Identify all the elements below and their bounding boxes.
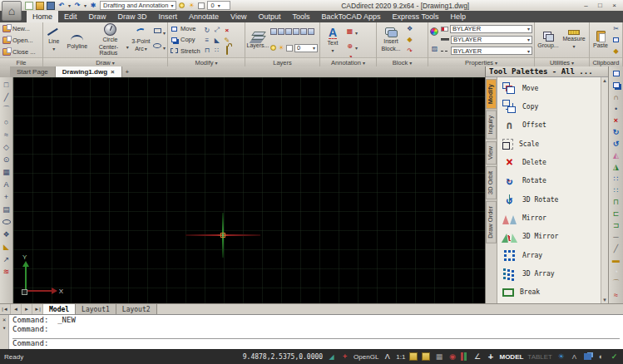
scroll-down-icon[interactable]: ▼ <box>602 298 607 303</box>
rotate-icon[interactable]: ↻ <box>611 126 622 137</box>
chamfer-icon[interactable]: ⌒ <box>611 278 622 288</box>
layer-thaw-icon[interactable] <box>187 2 195 10</box>
palette-item-break[interactable]: Break <box>502 284 599 301</box>
measure-button[interactable]: Measure <box>561 23 586 57</box>
layer-on-icon[interactable] <box>179 2 185 8</box>
grid-toggle-icon[interactable] <box>434 352 443 362</box>
line-icon[interactable]: ╱ <box>1 91 12 102</box>
region-icon[interactable]: ◣ <box>1 241 12 252</box>
delete-icon[interactable]: × <box>611 115 622 125</box>
menu-draw3d[interactable]: Draw 3D <box>112 11 153 22</box>
color-wheel-icon[interactable] <box>430 27 438 36</box>
app-logo-icon[interactable] <box>2 1 22 21</box>
circle-icon[interactable]: ○ <box>1 116 12 127</box>
edit-block-icon[interactable]: ◆ <box>405 36 414 44</box>
palette-item-scale[interactable]: Scale <box>502 135 599 152</box>
drawing-canvas[interactable]: Y X <box>13 77 485 303</box>
ellipse-icon[interactable] <box>1 216 12 227</box>
text-button[interactable]: AText <box>322 23 344 57</box>
next-sheet-icon[interactable]: ► <box>22 304 32 314</box>
new-button[interactable]: New... <box>2 25 30 32</box>
save-icon[interactable] <box>47 2 55 10</box>
point-icon[interactable]: • <box>611 103 622 114</box>
break-icon[interactable]: ⊓ <box>611 196 622 207</box>
quickdraw-toggle-icon[interactable] <box>422 352 430 361</box>
quick-layer-select[interactable]: 0 <box>207 1 230 10</box>
palette-tab-3d-orbit[interactable]: 3D Orbit <box>486 166 497 199</box>
draft-toggle-icon[interactable] <box>409 352 418 361</box>
array-icon[interactable]: ∷ <box>611 173 622 184</box>
palette-tab-inquiry[interactable]: Inquiry <box>486 111 497 140</box>
chevron-down-icon[interactable] <box>409 59 412 66</box>
palette-tab-draw-order[interactable]: Draw Order <box>486 201 497 243</box>
close-tab-icon[interactable]: × <box>111 68 115 76</box>
menu-annotate[interactable]: Annotate <box>183 11 225 22</box>
palette-item-move[interactable]: Move <box>502 80 599 96</box>
lengthen-icon[interactable]: ─ <box>611 231 622 242</box>
text-icon[interactable]: A <box>1 179 12 189</box>
layer-tool-icon[interactable] <box>270 28 277 35</box>
layer-select[interactable]: 0 <box>294 44 318 52</box>
chevron-down-icon[interactable] <box>163 23 166 38</box>
paste-button[interactable]: Paste <box>591 23 610 57</box>
spline-icon[interactable]: ≈ <box>1 129 12 140</box>
ellipse-icon[interactable] <box>153 42 162 50</box>
palette-item-offset[interactable]: Offset <box>502 117 599 134</box>
cut-icon[interactable]: ✂ <box>611 25 621 33</box>
stretch-button[interactable]: Stretch <box>170 47 200 55</box>
chevron-down-icon[interactable] <box>215 59 218 66</box>
explode-icon[interactable]: ▬ <box>611 254 622 265</box>
polar-toggle-icon[interactable] <box>472 352 482 362</box>
tab-model[interactable]: Model <box>43 304 76 314</box>
palette-scrollbar[interactable]: ▲ ▼ <box>601 77 608 303</box>
explode-icon[interactable]: ≡ <box>205 37 209 44</box>
close-file-button[interactable]: Close ... <box>2 48 36 56</box>
command-input[interactable]: Command: <box>12 339 620 348</box>
workspace-gear-icon[interactable] <box>89 2 97 10</box>
polygon-icon[interactable]: ◇ <box>1 141 12 152</box>
model-space-label[interactable]: MODEL <box>499 353 523 361</box>
workspace-select[interactable]: Drafting and Annotation <box>100 1 176 10</box>
scale-icon[interactable]: ⤢ <box>215 26 220 34</box>
annotation-scale-label[interactable]: 1:1 <box>396 353 405 361</box>
tab-start-page[interactable]: Start Page <box>10 66 56 77</box>
settings-icon[interactable] <box>556 352 566 362</box>
array-icon[interactable]: ∷ <box>215 47 219 54</box>
tool-palettes-title[interactable]: Tool Palettes - All ... <box>486 66 608 77</box>
copy-icon[interactable] <box>611 80 622 91</box>
revision-cloud-icon[interactable]: ≋ <box>1 266 12 277</box>
windows-icon[interactable] <box>583 352 592 362</box>
palette-item-rotate[interactable]: Rotate <box>502 173 599 189</box>
trim-icon[interactable]: ⊏ <box>611 208 622 219</box>
menu-draw[interactable]: Draw <box>83 11 112 22</box>
hatch-icon[interactable]: ▦ <box>1 166 12 177</box>
match-properties-icon[interactable]: ▨ <box>430 44 439 52</box>
menu-edit[interactable]: Edit <box>58 11 83 22</box>
menu-home[interactable]: Home <box>27 11 58 22</box>
layer-thaw-icon[interactable] <box>278 45 284 52</box>
lineweight-control[interactable]: BYLAYER <box>441 36 532 44</box>
menu-backtocad[interactable]: BackToCAD Apps <box>316 11 387 22</box>
layer-tool-icon[interactable] <box>300 28 307 35</box>
layer-tool-icon[interactable] <box>308 28 314 35</box>
tab-layout2[interactable]: Layout2 <box>116 304 157 314</box>
ray-icon[interactable]: ↗ <box>1 253 12 264</box>
layer-tool-icon[interactable] <box>293 28 299 35</box>
menu-tools[interactable]: Tools <box>287 11 316 22</box>
chamfer-icon[interactable]: ◣ <box>215 37 220 44</box>
undo-icon[interactable] <box>57 2 66 10</box>
scroll-up-icon[interactable]: ▲ <box>602 78 607 83</box>
table-icon[interactable]: ▤ <box>1 204 12 214</box>
crosshair-toggle-icon[interactable] <box>486 352 495 362</box>
chevron-down-icon[interactable] <box>163 38 166 53</box>
fillet-icon[interactable]: ◔ <box>611 266 622 277</box>
layer-tool-icon[interactable] <box>278 28 284 35</box>
annotation-user-icon[interactable] <box>383 352 392 362</box>
close-button[interactable]: × <box>608 1 621 10</box>
new-tab-button[interactable]: + <box>122 66 132 77</box>
color-control[interactable]: BYLAYER <box>441 25 532 33</box>
layer-unlock-icon[interactable] <box>286 45 293 52</box>
layer-lock-icon[interactable] <box>198 2 205 9</box>
first-sheet-icon[interactable]: |◄ <box>0 304 11 314</box>
open-button[interactable]: Open... <box>2 37 33 44</box>
